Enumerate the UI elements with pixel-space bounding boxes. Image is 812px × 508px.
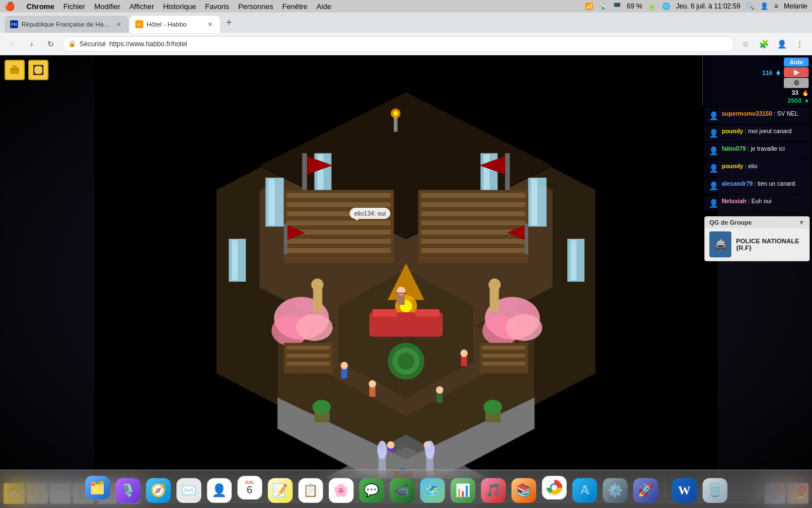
svg-rect-24 [287, 248, 391, 253]
svg-rect-54 [505, 153, 510, 190]
dock-mail[interactable]: ✉️ [175, 476, 202, 503]
new-tab-button[interactable]: + [221, 15, 237, 30]
coins-value: 2600 [788, 97, 801, 104]
msg-avatar-3: 👤 [707, 144, 720, 157]
dock-maps[interactable]: 🗺️ [419, 476, 446, 503]
fenetre-menu[interactable]: Fenêtre [283, 2, 308, 11]
controls-icon[interactable]: ≡ [774, 2, 778, 10]
facetime-icon: 📹 [390, 478, 414, 503]
reload-button[interactable]: ↻ [43, 36, 59, 52]
flame-icon: 🔥 [802, 90, 809, 96]
tab-1[interactable]: FR République Française de Hab... ✕ [5, 16, 129, 33]
msg-avatar-4: 👤 [707, 162, 720, 174]
group-toggle[interactable]: ▼ [798, 219, 805, 226]
dock-calendar[interactable]: JUIL 6 [236, 476, 263, 503]
chat-message-4: 👤 poundy : elio [704, 160, 810, 176]
dock-chrome[interactable] [541, 476, 568, 503]
svg-rect-27 [421, 202, 525, 207]
bluetooth-icon: 📡 [599, 2, 607, 10]
dock-notes[interactable]: 📝 [267, 476, 294, 503]
svg-rect-58 [524, 224, 528, 254]
dock-contacts[interactable]: 👤 [206, 476, 233, 503]
datetime: Jeu. 6 juil. à 11:02:59 [676, 2, 740, 10]
dock-facetime[interactable]: 📹 [389, 476, 416, 503]
dock-finder[interactable]: 🗂️ [84, 476, 111, 503]
dock-system-prefs[interactable]: ⚙️ [602, 476, 629, 503]
fichier-menu[interactable]: Fichier [63, 2, 85, 11]
svg-rect-20 [287, 211, 391, 216]
historique-menu[interactable]: Historique [163, 2, 196, 11]
svg-marker-112 [40, 72, 43, 75]
tab-1-title: République Française de Hab... [21, 21, 111, 28]
profile-button[interactable]: 👤 [774, 36, 789, 52]
dock-siri[interactable]: 🎙️ [114, 476, 142, 503]
gear-button[interactable]: ⚙ [784, 78, 809, 88]
chrome-icon [542, 476, 567, 500]
system-prefs-icon: ⚙️ [603, 478, 628, 503]
dock-launchpad[interactable]: 🚀 [632, 476, 659, 503]
modifier-menu[interactable]: Modifier [94, 2, 120, 11]
launchpad-icon: 🚀 [633, 478, 658, 503]
addressbar-actions: ☆ 🧩 👤 ⋮ [738, 36, 807, 52]
room-info-button[interactable] [5, 60, 25, 80]
tab-2-title: Hôtel - Habbo [147, 21, 202, 28]
url-text: https://www.habbo.fr/hotel [109, 40, 187, 48]
msg-author-3: fabio079 [722, 145, 746, 152]
menubar-right: 📶 📡 🖥️ 69 % 🔋 🌐 Jeu. 6 juil. à 11:02:59 … [585, 2, 808, 10]
apple-menu[interactable]: 🍎 [5, 1, 15, 11]
mail-icon: ✉️ [176, 478, 201, 503]
group-panel[interactable]: QG de Groupe ▼ 🚔 POLICE NATIONALE {R.F} [704, 216, 810, 261]
aide-button[interactable]: Aide [784, 58, 809, 67]
msg-avatar-1: 👤 [707, 110, 720, 122]
back-button[interactable]: ‹ [5, 36, 20, 52]
music-icon: 🎵 [481, 478, 506, 503]
calendar-dot [249, 501, 251, 503]
dock-messages[interactable]: 💬 [358, 476, 385, 503]
user-icon[interactable]: 👤 [760, 2, 769, 10]
notes-icon: 📝 [268, 478, 293, 503]
dock-word[interactable]: W [671, 476, 698, 503]
dock-books[interactable]: 📚 [510, 476, 537, 503]
fullscreen-button[interactable] [28, 60, 48, 80]
tab-2-close[interactable]: ✕ [205, 20, 214, 29]
favoris-menu[interactable]: Favoris [205, 2, 230, 11]
game-room-svg [0, 55, 812, 508]
tab-bar: FR République Française de Hab... ✕ H Hô… [0, 12, 812, 33]
svg-rect-107 [11, 69, 18, 69]
game-area[interactable]: elio134: oui [0, 55, 812, 508]
url-bar[interactable]: 🔒 Sécurisé https://www.habbo.fr/hotel [62, 36, 734, 52]
arrow-button[interactable]: ▶ [784, 67, 809, 77]
svg-rect-106 [12, 65, 17, 69]
svg-rect-21 [287, 221, 391, 226]
game-canvas[interactable]: elio134: oui [0, 55, 812, 508]
extension-button[interactable]: 🧩 [756, 36, 771, 52]
search-icon[interactable]: 🔍 [746, 2, 754, 10]
svg-rect-26 [421, 193, 525, 198]
tab-2[interactable]: H Hôtel - Habbo ✕ [130, 16, 220, 33]
afficher-menu[interactable]: Afficher [129, 2, 154, 11]
svg-point-61 [311, 279, 324, 291]
dock-photos[interactable]: 🌸 [328, 476, 355, 503]
svg-rect-62 [489, 288, 498, 312]
dock-appstore[interactable]: 𝔸 [571, 476, 598, 503]
more-button[interactable]: ⋮ [792, 36, 807, 52]
personnes-menu[interactable]: Personnes [238, 2, 273, 11]
tab-1-close[interactable]: ✕ [114, 20, 123, 29]
dock-numbers[interactable]: 📊 [449, 476, 476, 503]
svg-rect-56 [284, 224, 288, 254]
bookmark-button[interactable]: ☆ [738, 36, 753, 52]
dock-safari[interactable]: 🧭 [145, 476, 172, 503]
activity-value: 33 [792, 89, 798, 96]
trash-icon: 🗑️ [703, 478, 727, 503]
dock-trash[interactable]: 🗑️ [701, 476, 729, 503]
dock-reminders[interactable]: 📋 [297, 476, 324, 503]
svg-point-104 [425, 441, 435, 459]
svg-rect-93 [482, 362, 525, 366]
chat-message-6: 👤 Neluxiah : Euh oui [704, 195, 810, 211]
forward-button[interactable]: › [24, 36, 39, 52]
maps-icon: 🗺️ [420, 478, 445, 503]
svg-rect-68 [396, 293, 406, 294]
app-name-menu[interactable]: Chrome [27, 2, 54, 11]
dock-music[interactable]: 🎵 [480, 476, 507, 503]
aide-menu[interactable]: Aide [316, 2, 331, 11]
